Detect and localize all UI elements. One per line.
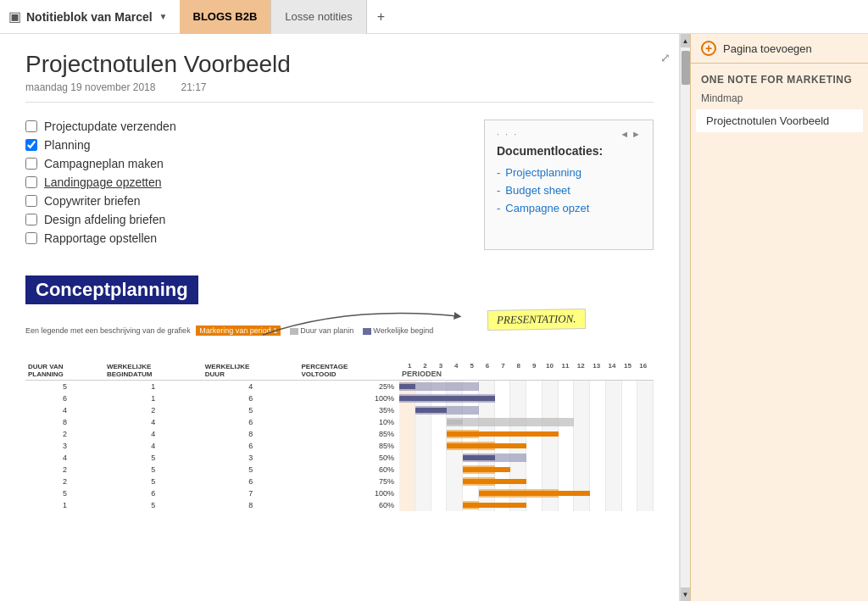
tab-add[interactable]: + bbox=[367, 0, 395, 34]
checklist-item: Design afdeling briefen bbox=[25, 213, 416, 226]
checklist-item: Planning bbox=[25, 138, 416, 152]
gantt-pct: 100% bbox=[298, 392, 399, 404]
gantt-cell: 5 bbox=[25, 487, 104, 499]
gantt-bar-cell bbox=[399, 428, 654, 440]
scroll-thumb[interactable] bbox=[682, 51, 690, 85]
gantt-bar-cell bbox=[399, 416, 654, 428]
tab-blogs-b2b[interactable]: BLOGS B2B bbox=[180, 0, 272, 34]
page-title: Projectnotulen Voorbeeld bbox=[25, 51, 654, 78]
col-header-pct: PERCENTAGEVOLTOOID bbox=[298, 360, 399, 381]
gantt-pct: 25% bbox=[298, 381, 399, 393]
gantt-cell: 8 bbox=[25, 416, 104, 428]
gantt-row: 25675% bbox=[25, 476, 654, 487]
gantt-cell: 4 bbox=[203, 381, 299, 393]
gantt-container: DUUR VANPLANNING WERKELIJKEBEGINDATUM WE… bbox=[25, 360, 654, 511]
gantt-bar-cell bbox=[399, 404, 654, 416]
gantt-cell: 7 bbox=[203, 487, 299, 499]
gantt-cell: 3 bbox=[203, 452, 299, 464]
scrollbar: ▲ ▼ bbox=[680, 34, 690, 601]
top-bar: ▣ Notitieblok van Marcel ▼ BLOGS B2B Los… bbox=[0, 0, 868, 34]
gantt-pct: 60% bbox=[298, 499, 399, 511]
gantt-row: 34685% bbox=[25, 440, 654, 452]
notebook-icon: ▣ bbox=[8, 8, 21, 25]
checklist-checkbox-3[interactable] bbox=[25, 158, 37, 170]
gantt-table: DUUR VANPLANNING WERKELIJKEBEGINDATUM WE… bbox=[25, 360, 654, 511]
doc-box-dots: · · · bbox=[497, 129, 518, 139]
gantt-pct: 50% bbox=[298, 452, 399, 464]
section-one-note-title: ONE NOTE FOR MARKETING bbox=[691, 64, 868, 89]
page-date: maandag 19 november 2018 bbox=[25, 81, 155, 93]
gantt-cell: 6 bbox=[104, 487, 203, 499]
arrow-svg bbox=[195, 301, 500, 348]
checklist-checkbox-1[interactable] bbox=[25, 120, 37, 132]
doc-link-campagne[interactable]: Campagne opzet bbox=[497, 202, 641, 214]
gantt-cell: 2 bbox=[25, 428, 104, 440]
section-mindmap: Mindmap bbox=[691, 89, 868, 108]
gantt-cell: 1 bbox=[104, 381, 203, 393]
scroll-up-button[interactable]: ▲ bbox=[681, 34, 691, 47]
document-locations-box: · · · ◄ ► Documentlocaties: Projectplann… bbox=[484, 120, 654, 250]
tab-losse-notities[interactable]: Losse notities bbox=[271, 0, 367, 34]
gantt-pct: 60% bbox=[298, 464, 399, 476]
doc-box-header: · · · ◄ ► bbox=[497, 129, 641, 139]
gantt-cell: 4 bbox=[104, 416, 203, 428]
gantt-cell: 3 bbox=[25, 440, 104, 452]
gantt-cell: 5 bbox=[203, 404, 299, 416]
gantt-bar-cell bbox=[399, 487, 654, 499]
notebook-title: Notitieblok van Marcel bbox=[26, 10, 153, 24]
notebook-dropdown-arrow[interactable]: ▼ bbox=[159, 12, 168, 21]
add-page-button[interactable]: + Pagina toevoegen bbox=[691, 34, 868, 64]
gantt-row: 25560% bbox=[25, 464, 654, 476]
annotation-area: Een legende met een beschrijving van de … bbox=[25, 309, 654, 360]
gantt-row: 24885% bbox=[25, 428, 654, 440]
gantt-cell: 8 bbox=[203, 428, 299, 440]
page-time: 21:17 bbox=[181, 81, 206, 93]
gantt-cell: 6 bbox=[203, 392, 299, 404]
gantt-cell: 1 bbox=[25, 499, 104, 511]
doc-link-projectplanning[interactable]: Projectplanning bbox=[497, 166, 641, 179]
checklist-item: Projectupdate verzenden bbox=[25, 120, 416, 133]
gantt-body: 51425%616100%42535%84610%24885%34685%453… bbox=[25, 381, 654, 512]
gantt-row: 45350% bbox=[25, 452, 654, 464]
checklist-checkbox-2[interactable] bbox=[25, 139, 37, 151]
gantt-bar-cell bbox=[399, 452, 654, 464]
gantt-bar-cell bbox=[399, 476, 654, 487]
gantt-pct: 35% bbox=[298, 404, 399, 416]
col-header-plan: DUUR VANPLANNING bbox=[25, 360, 104, 381]
col-header-start: WERKELIJKEBEGINDATUM bbox=[104, 360, 203, 381]
scroll-down-button[interactable]: ▼ bbox=[681, 587, 691, 601]
gantt-cell: 4 bbox=[104, 428, 203, 440]
checklist-checkbox-7[interactable] bbox=[25, 232, 37, 244]
checklist-item: Rapportage opstellen bbox=[25, 231, 416, 245]
main-layout: ⤢ Projectnotulen Voorbeeld maandag 19 no… bbox=[0, 34, 868, 601]
checklist-checkbox-5[interactable] bbox=[25, 195, 37, 207]
gantt-cell: 4 bbox=[104, 440, 203, 452]
gantt-row: 567100% bbox=[25, 487, 654, 499]
gantt-bar-cell bbox=[399, 464, 654, 476]
gantt-bar-cell bbox=[399, 499, 654, 511]
gantt-row: 15860% bbox=[25, 499, 654, 511]
checklist-checkbox-6[interactable] bbox=[25, 214, 37, 225]
gantt-cell: 5 bbox=[104, 476, 203, 487]
gantt-row: 42535% bbox=[25, 404, 654, 416]
gantt-bar-cell bbox=[399, 381, 654, 393]
gantt-cell: 4 bbox=[25, 404, 104, 416]
gantt-cell: 5 bbox=[104, 452, 203, 464]
gantt-cell: 2 bbox=[25, 476, 104, 487]
gantt-row: 84610% bbox=[25, 416, 654, 428]
checklist: Projectupdate verzenden Planning Campagn… bbox=[25, 120, 416, 250]
gantt-cell: 6 bbox=[203, 440, 299, 452]
checklist-item: Copywriter briefen bbox=[25, 194, 416, 208]
gantt-row: 51425% bbox=[25, 381, 654, 393]
section-page-item[interactable]: Projectnotulen Voorbeeld bbox=[696, 109, 863, 132]
gantt-cell: 6 bbox=[25, 392, 104, 404]
expand-icon[interactable]: ⤢ bbox=[660, 51, 670, 64]
gantt-row: 616100% bbox=[25, 392, 654, 404]
gantt-cell: 5 bbox=[104, 499, 203, 511]
checklist-checkbox-4[interactable] bbox=[25, 176, 37, 188]
content-area: ⤢ Projectnotulen Voorbeeld maandag 19 no… bbox=[0, 34, 680, 601]
doc-box-arrows: ◄ ► bbox=[620, 129, 641, 139]
checklist-item: Landingpage opzetten bbox=[25, 175, 416, 189]
add-page-label: Pagina toevoegen bbox=[723, 42, 812, 55]
doc-link-budget[interactable]: Budget sheet bbox=[497, 184, 641, 197]
